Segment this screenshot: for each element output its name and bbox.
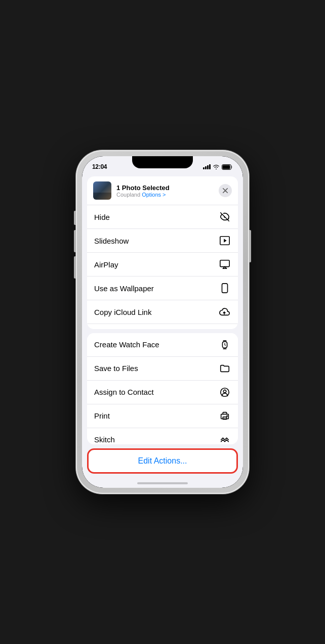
airplay-label: AirPlay bbox=[94, 260, 118, 269]
save-files-label: Save to Files bbox=[94, 364, 138, 373]
menu-item-assign-contact[interactable]: Assign to Contact bbox=[87, 381, 238, 404]
icloud-link-label: Copy iCloud Link bbox=[94, 308, 151, 316]
menu-item-airplay[interactable]: AirPlay bbox=[87, 253, 238, 277]
skitch-icon bbox=[219, 434, 231, 444]
print-icon bbox=[219, 410, 231, 422]
home-indicator-bar bbox=[137, 482, 188, 484]
menu-item-icloud-link[interactable]: Copy iCloud Link bbox=[87, 300, 238, 324]
sheet-card-2: Create Watch Face Save to Files bbox=[87, 333, 238, 444]
wifi-icon bbox=[213, 164, 220, 169]
menu-item-save-files[interactable]: Save to Files bbox=[87, 357, 238, 381]
wallpaper-label: Use as Wallpaper bbox=[94, 284, 154, 293]
silent-switch bbox=[74, 211, 76, 225]
skitch-label: Skitch bbox=[94, 435, 115, 444]
svg-point-16 bbox=[227, 416, 227, 416]
folder-icon bbox=[219, 362, 231, 375]
close-button[interactable] bbox=[219, 184, 232, 197]
status-icons bbox=[203, 164, 233, 170]
svg-rect-15 bbox=[223, 417, 226, 420]
notch bbox=[132, 156, 193, 168]
sheet-header-text: 1 Photo Selected Coupland Options > bbox=[116, 184, 214, 198]
sheet-header: 1 Photo Selected Coupland Options > bbox=[87, 176, 238, 205]
phone-icon bbox=[219, 282, 231, 294]
svg-rect-6 bbox=[222, 284, 228, 293]
location-label: Coupland bbox=[116, 192, 140, 198]
edit-actions-button[interactable]: Edit Actions... bbox=[87, 448, 238, 474]
watch-face-label: Create Watch Face bbox=[94, 340, 159, 349]
cloud-link-icon bbox=[219, 306, 231, 318]
photo-selected-title: 1 Photo Selected bbox=[116, 184, 214, 192]
photo-thumbnail bbox=[93, 181, 111, 200]
svg-rect-5 bbox=[220, 260, 229, 267]
watch-icon bbox=[219, 339, 231, 351]
sheet-card-1: 1 Photo Selected Coupland Options > bbox=[87, 176, 238, 329]
phone-frame: 12:04 bbox=[76, 150, 249, 494]
menu-item-slideshow[interactable]: Slideshow bbox=[87, 229, 238, 253]
volume-down-button bbox=[74, 256, 76, 279]
slideshow-icon bbox=[219, 235, 231, 247]
menu-item-watch-face[interactable]: Create Watch Face bbox=[87, 333, 238, 357]
options-link[interactable]: Options > bbox=[142, 192, 166, 198]
photo-subtitle: Coupland Options > bbox=[116, 192, 214, 198]
hide-icon bbox=[219, 211, 231, 223]
home-indicator bbox=[82, 479, 243, 488]
status-time: 12:04 bbox=[92, 163, 107, 170]
menu-item-skitch[interactable]: Skitch bbox=[87, 428, 238, 444]
airplay-icon bbox=[219, 258, 231, 270]
menu-item-wallpaper[interactable]: Use as Wallpaper bbox=[87, 277, 238, 300]
power-button bbox=[249, 230, 251, 262]
hide-label: Hide bbox=[94, 213, 110, 221]
svg-rect-2 bbox=[223, 165, 230, 169]
slideshow-label: Slideshow bbox=[94, 237, 129, 245]
menu-item-hide[interactable]: Hide bbox=[87, 205, 238, 229]
screen: 12:04 bbox=[82, 156, 243, 488]
signal-icon bbox=[203, 164, 211, 169]
menu-group-1: Hide Slideshow bbox=[87, 205, 238, 329]
menu-item-adjust-date[interactable]: Adjust Date & Time bbox=[87, 324, 238, 329]
print-label: Print bbox=[94, 411, 110, 420]
svg-rect-1 bbox=[231, 166, 232, 168]
svg-marker-4 bbox=[224, 239, 227, 242]
assign-contact-label: Assign to Contact bbox=[94, 388, 154, 396]
content-area: 1 Photo Selected Coupland Options > bbox=[82, 173, 243, 479]
phone-screen: 12:04 bbox=[82, 156, 243, 488]
contact-icon bbox=[219, 386, 231, 398]
edit-actions-label: Edit Actions... bbox=[138, 456, 187, 465]
menu-item-print[interactable]: Print bbox=[87, 404, 238, 428]
svg-point-13 bbox=[223, 390, 226, 393]
battery-icon bbox=[222, 164, 233, 170]
volume-up-button bbox=[74, 230, 76, 252]
